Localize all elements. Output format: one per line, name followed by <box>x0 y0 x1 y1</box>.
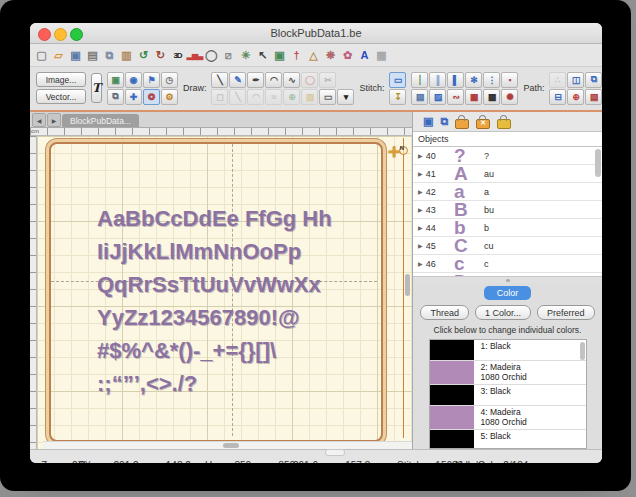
motif-fill-button[interactable]: ∾ <box>447 89 464 105</box>
outline-stitch-button[interactable]: ▭ <box>389 72 406 88</box>
lock-all-icon[interactable] <box>497 119 511 129</box>
pattern-ball-button[interactable]: ❋ <box>322 47 339 64</box>
ellipse-tool-button[interactable]: ◯ <box>301 72 318 88</box>
vector-import-button[interactable]: Vector... <box>36 89 86 104</box>
cross-stitch-button[interactable]: ▦ <box>465 89 482 105</box>
text-tool-button[interactable]: A <box>356 47 373 64</box>
shape-rect-button[interactable]: ▭ <box>319 89 336 105</box>
object-row[interactable]: ▶43 B bu <box>413 201 602 219</box>
satin-column-button[interactable]: ║ <box>429 72 446 88</box>
prev-tab-button[interactable]: ◀ <box>32 113 46 127</box>
image-import-button[interactable]: Image... <box>36 72 86 87</box>
color-item[interactable]: 4: Madeira 1080 Orchid <box>430 406 586 430</box>
merge-path-button[interactable]: ⊕ <box>567 89 584 105</box>
flag-time-button[interactable]: ⚑ <box>143 72 160 88</box>
color-item[interactable]: 2: Madeira 1080 Orchid <box>430 361 586 385</box>
stitch-clock-button[interactable]: ◷ <box>161 72 178 88</box>
column-fill-button[interactable]: ▌ <box>447 72 464 88</box>
paste-button[interactable]: ▥ <box>118 47 135 64</box>
thread-needle-button[interactable]: † <box>288 47 305 64</box>
single-needle-button[interactable]: ↧ <box>389 89 406 105</box>
wave-button[interactable]: ≈ <box>265 89 282 105</box>
expand-arrow-icon[interactable]: ▶ <box>418 260 423 267</box>
flower-add-button[interactable]: ✿ <box>339 47 356 64</box>
color-item[interactable]: 1: Black <box>430 340 586 361</box>
machine-button[interactable]: ✳ <box>237 47 254 64</box>
color-scroll-thumb[interactable] <box>580 342 585 360</box>
design-canvas[interactable]: AaBbCcDdEe FfGg Hh IiJjKkLlMmNnOoPp QqRr… <box>37 136 412 449</box>
zoom-tool-button[interactable]: ◯ <box>203 47 220 64</box>
canvas-horizontal-scrollbar[interactable] <box>43 441 412 449</box>
horizontal-scroll-thumb[interactable] <box>223 443 239 448</box>
lock-icon[interactable] <box>455 119 469 129</box>
draw-more-button[interactable]: ▾ <box>337 89 354 105</box>
cut-path-button[interactable]: ✂ <box>319 72 336 88</box>
magnify-box-button[interactable]: ◻ <box>211 89 228 105</box>
expand-arrow-icon[interactable]: ▶ <box>418 206 423 213</box>
show-eye-button[interactable]: ◉ <box>125 72 142 88</box>
object-row[interactable]: ▶42 a a <box>413 183 602 201</box>
satin-fill-button[interactable]: ▨ <box>429 89 446 105</box>
copy-button[interactable]: ⧉ <box>101 47 118 64</box>
expand-arrow-icon[interactable]: ▶ <box>418 242 423 249</box>
preferred-button[interactable]: Preferred <box>537 305 595 320</box>
color-item[interactable]: 3: Black <box>430 385 586 406</box>
straighten-button[interactable]: ╲ <box>229 89 246 105</box>
arc-tool-button[interactable]: ◠ <box>265 72 282 88</box>
status-grip[interactable] <box>325 449 345 456</box>
vertical-scroll-thumb[interactable] <box>405 274 410 296</box>
smooth-arc-button[interactable]: ◠ <box>247 89 264 105</box>
group-select-icon[interactable]: ▣ <box>423 115 433 128</box>
expand-arrow-icon[interactable]: ▶ <box>418 188 423 195</box>
open-folder-button[interactable]: ▱ <box>50 47 67 64</box>
object-row[interactable]: ▶45 C cu <box>413 237 602 255</box>
split-path-button[interactable]: ◫ <box>567 72 584 88</box>
design-lock-button[interactable]: ▦ <box>373 47 390 64</box>
pattern-fill-button[interactable]: ▩ <box>483 89 500 105</box>
rotate-right-button[interactable]: ↻ <box>152 47 169 64</box>
expand-arrow-icon[interactable]: ▶ <box>418 152 423 159</box>
point-pen-button[interactable]: ✎ <box>229 72 246 88</box>
expand-arrow-icon[interactable]: ▶ <box>418 170 423 177</box>
spiral-fill-button[interactable]: ✺ <box>501 89 518 105</box>
object-row[interactable]: ▶44 b b <box>413 219 602 237</box>
object-row[interactable]: ▶46 c c <box>413 255 602 273</box>
lock-x-icon[interactable]: ✕ <box>476 119 490 129</box>
fill-stitch-button[interactable]: ▤ <box>411 89 428 105</box>
three-d-button[interactable]: 3D <box>169 47 186 64</box>
freehand-button[interactable]: ∿ <box>283 72 300 88</box>
center-design-button[interactable]: ✚ <box>125 89 142 105</box>
object-row[interactable]: ▶41 A au <box>413 165 602 183</box>
color-tab-badge[interactable]: Color <box>484 286 532 300</box>
run-stitch-button[interactable]: ┆ <box>411 72 428 88</box>
pointer-button[interactable]: ↖ <box>254 47 271 64</box>
new-file-button[interactable]: ▢ <box>33 47 50 64</box>
layer-order-button[interactable]: ⧉ <box>107 89 124 105</box>
add-node-button[interactable]: ⊕ <box>283 89 300 105</box>
ungroup-icon[interactable]: ⧉ <box>440 115 448 128</box>
motif-stitch-button[interactable]: ✻ <box>465 72 482 88</box>
hatch-button[interactable]: ▨ <box>301 89 318 105</box>
document-tab[interactable]: BlockPubData... <box>62 114 139 127</box>
branch-nodes-button[interactable]: ∴ <box>549 72 566 88</box>
line-tool-button[interactable]: ╲ <box>211 72 228 88</box>
one-color-button[interactable]: 1 Color... <box>475 305 531 320</box>
stack-path-button[interactable]: ▤ <box>585 89 602 105</box>
applique-button[interactable]: ▪ <box>501 72 518 88</box>
panel-splitter[interactable] <box>413 276 602 283</box>
stitch-chart-button[interactable]: ▂▅▃ <box>186 47 203 64</box>
backdrop-image-button[interactable]: ▣ <box>107 72 124 88</box>
cone-button[interactable]: △ <box>305 47 322 64</box>
lettering-tool-button[interactable]: T <box>91 73 102 103</box>
save-button[interactable]: ▣ <box>67 47 84 64</box>
expand-arrow-icon[interactable]: ▶ <box>418 224 423 231</box>
flatten-path-button[interactable]: ⊟ <box>549 89 566 105</box>
objects-scroll-thumb[interactable] <box>595 149 601 177</box>
gears-button[interactable]: ⚙ <box>161 89 178 105</box>
canvas-vertical-scrollbar[interactable] <box>404 136 411 449</box>
print-button[interactable]: ▤ <box>84 47 101 64</box>
rotate-left-button[interactable]: ↺ <box>135 47 152 64</box>
color-item[interactable]: 5: Black <box>430 430 586 449</box>
pattern-grid-button[interactable]: ❂ <box>143 89 160 105</box>
measure-button[interactable]: ⧄ <box>220 47 237 64</box>
